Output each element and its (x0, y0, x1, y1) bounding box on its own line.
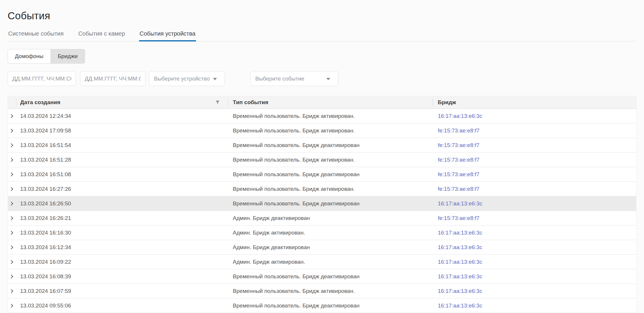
bridge-column-header: Бридж (433, 96, 637, 109)
row-event-type: Временный пользователь. Бридж деактивиро… (228, 171, 433, 178)
table-row[interactable]: 13.03.2024 16:26:21 Админ. Бридж деактив… (8, 211, 636, 225)
chevron-right-icon (10, 289, 14, 293)
bridge-mac-link[interactable]: 16:17:aa:13:e6:3c (438, 113, 482, 119)
chevron-right-icon (10, 245, 14, 250)
table-header: Дата создания Тип события Бридж (8, 96, 636, 109)
row-date: 13.03.2024 16:08:39 (16, 273, 228, 280)
table-row[interactable]: 13.03.2024 09:55:06 Временный пользовате… (8, 298, 636, 313)
date-to-input[interactable] (80, 71, 145, 86)
tabs-bar: Системные события События с камер Событи… (8, 29, 636, 41)
tab-camera-events[interactable]: События с камер (78, 29, 126, 41)
type-column-header: Тип события (228, 96, 433, 109)
device-select[interactable]: Выберите устройство (149, 71, 225, 86)
table-row[interactable]: 13.03.2024 16:51:54 Временный пользовате… (8, 138, 636, 153)
expand-row-button[interactable] (8, 123, 16, 138)
row-event-type: Временный пользователь. Бридж активирова… (228, 186, 433, 192)
event-select-placeholder: Выберите событие (255, 76, 304, 82)
chevron-right-icon (10, 187, 14, 191)
bridge-mac-link[interactable]: fe:15:73:ae:e8:f7 (438, 171, 480, 177)
table-row[interactable]: 13.03.2024 16:07:59 Временный пользовате… (8, 284, 636, 298)
expand-row-button[interactable] (8, 153, 16, 167)
bridge-mac-link[interactable]: 16:17:aa:13:e6:3c (438, 259, 482, 265)
date-column-header: Дата создания (16, 96, 228, 109)
date-column-label: Дата создания (20, 99, 60, 106)
row-date: 14.03.2024 12:24:34 (16, 113, 228, 119)
date-from-input[interactable] (8, 71, 76, 86)
expand-row-button[interactable] (8, 225, 16, 240)
table-row[interactable]: 13.03.2024 16:08:39 Временный пользовате… (8, 269, 636, 284)
bridge-mac-link[interactable]: 16:17:aa:13:e6:3c (438, 200, 482, 207)
expand-row-button[interactable] (8, 269, 16, 284)
bridge-mac-link[interactable]: fe:15:73:ae:e8:f7 (438, 142, 480, 148)
table-row[interactable]: 14.03.2024 12:24:34 Временный пользовате… (8, 109, 636, 123)
expand-row-button[interactable] (8, 182, 16, 196)
expand-row-button[interactable] (8, 109, 16, 123)
chevron-right-icon (10, 260, 14, 264)
chevron-right-icon (10, 303, 14, 308)
caret-down-icon (213, 78, 217, 80)
bridge-mac-link[interactable]: fe:15:73:ae:e8:f7 (438, 157, 480, 163)
column-divider (433, 99, 433, 106)
bridge-mac-link[interactable]: fe:15:73:ae:e8:f7 (438, 127, 480, 134)
device-select-placeholder: Выберите устройство (154, 76, 210, 82)
row-date: 13.03.2024 16:51:54 (16, 142, 228, 148)
tab-device-events[interactable]: События устройства (139, 29, 196, 41)
expand-row-button[interactable] (8, 138, 16, 152)
row-event-type: Админ. Бридж деактивирован (228, 244, 433, 251)
row-date: 13.03.2024 09:55:06 (16, 302, 228, 309)
bridge-mac-link[interactable]: fe:15:73:ae:e8:f7 (438, 186, 480, 192)
row-event-type: Админ. Бридж активирован. (228, 259, 433, 265)
row-event-type: Временный пользователь. Бридж активирова… (228, 288, 433, 294)
bridge-mac-link[interactable]: 16:17:aa:13:e6:3c (438, 273, 482, 279)
bridge-mac-link[interactable]: fe:15:73:ae:e8:f7 (438, 215, 480, 221)
chevron-right-icon (10, 172, 14, 177)
expand-column-header (8, 96, 16, 109)
table-row[interactable]: 13.03.2024 16:51:28 Временный пользовате… (8, 153, 636, 167)
tab-system-events[interactable]: Системные события (8, 29, 64, 41)
chevron-right-icon (10, 201, 14, 206)
bridge-mac-link[interactable]: 16:17:aa:13:e6:3c (438, 302, 482, 309)
bridge-mac-link[interactable]: 16:17:aa:13:e6:3c (438, 244, 482, 250)
toggle-intercoms-button[interactable]: Домофоны (8, 49, 51, 64)
table-row[interactable]: 13.03.2024 16:51:08 Временный пользовате… (8, 167, 636, 182)
row-event-type: Временный пользователь. Бридж деактивиро… (228, 302, 433, 309)
expand-row-button[interactable] (8, 255, 16, 269)
event-select[interactable]: Выберите событие (250, 71, 338, 86)
row-event-type: Временный пользователь. Бридж активирова… (228, 113, 433, 119)
row-event-type: Временный пользователь. Бридж деактивиро… (228, 273, 433, 280)
table-row[interactable]: 13.03.2024 16:16:30 Админ. Бридж активир… (8, 225, 636, 240)
row-event-type: Временный пользователь. Бридж деактивиро… (228, 142, 433, 148)
row-event-type: Админ. Бридж деактивирован (228, 215, 433, 221)
expand-row-button[interactable] (8, 211, 16, 225)
filter-funnel-icon[interactable] (215, 100, 220, 105)
row-date: 13.03.2024 16:16:30 (16, 230, 228, 236)
expand-row-button[interactable] (8, 196, 16, 211)
type-column-label: Тип события (233, 99, 268, 106)
expand-row-button[interactable] (8, 240, 16, 254)
device-type-toggle: Домофоны Бриджи (8, 49, 85, 64)
chevron-right-icon (10, 216, 14, 221)
row-date: 13.03.2024 16:07:59 (16, 288, 228, 294)
bridge-column-label: Бридж (438, 99, 456, 106)
row-date: 13.03.2024 16:51:28 (16, 157, 228, 163)
table-row[interactable]: 13.03.2024 16:27:26 Временный пользовате… (8, 182, 636, 196)
row-date: 13.03.2024 16:26:50 (16, 200, 228, 207)
row-event-type: Админ. Бридж активирован. (228, 230, 433, 236)
bridge-mac-link[interactable]: 16:17:aa:13:e6:3c (438, 230, 482, 236)
row-date: 13.03.2024 17:09:58 (16, 127, 228, 134)
expand-row-button[interactable] (8, 167, 16, 181)
table-row[interactable]: 13.03.2024 16:09:22 Админ. Бридж активир… (8, 255, 636, 269)
toggle-bridges-button[interactable]: Бриджи (51, 49, 85, 64)
caret-down-icon (326, 78, 330, 80)
table-row[interactable]: 13.03.2024 16:12:34 Админ. Бридж деактив… (8, 240, 636, 255)
column-divider (228, 99, 228, 106)
events-table: Дата создания Тип события Бридж 14. (8, 96, 636, 313)
table-row[interactable]: 13.03.2024 16:26:50 Временный пользовате… (8, 196, 636, 211)
row-date: 13.03.2024 16:12:34 (16, 244, 228, 251)
expand-row-button[interactable] (8, 284, 16, 298)
row-date: 13.03.2024 16:09:22 (16, 259, 228, 265)
expand-row-button[interactable] (8, 298, 16, 313)
column-divider (16, 99, 16, 106)
bridge-mac-link[interactable]: 16:17:aa:13:e6:3c (438, 288, 482, 294)
table-row[interactable]: 13.03.2024 17:09:58 Временный пользовате… (8, 123, 636, 138)
